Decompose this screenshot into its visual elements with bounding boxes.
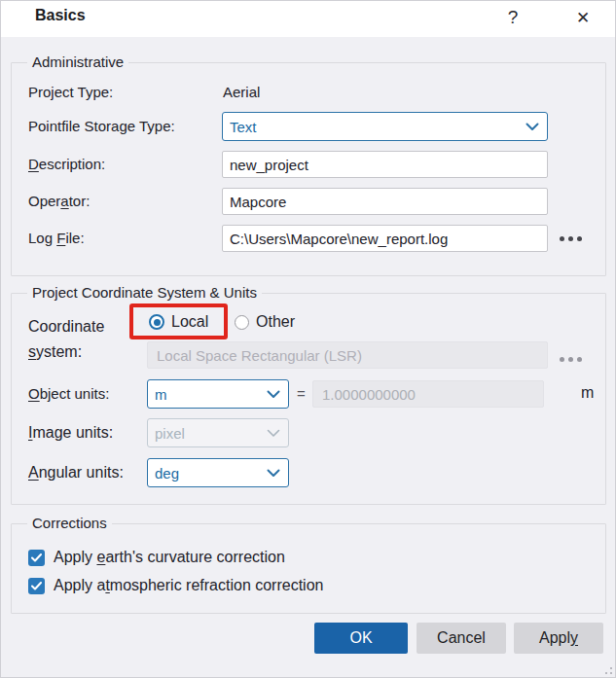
ok-button[interactable]: OK	[314, 623, 408, 654]
radio-other[interactable]: Other	[235, 313, 295, 331]
dialog-title: Basics	[35, 7, 86, 24]
help-icon: ?	[508, 7, 519, 28]
earth-curvature-checkbox[interactable]: Apply earth's curvature correction	[28, 549, 285, 566]
corrections-legend: Corrections	[27, 515, 112, 531]
radio-local[interactable]: Local	[149, 313, 208, 331]
angular-units-label: Angular units:	[28, 464, 124, 482]
description-input[interactable]	[222, 151, 548, 178]
apply-button[interactable]: Apply	[514, 623, 603, 654]
chevron-down-icon	[525, 123, 539, 131]
administrative-legend: Administrative	[27, 54, 128, 70]
angular-units-value: deg	[155, 465, 179, 482]
radio-selected-icon	[149, 314, 164, 330]
resize-grip[interactable]	[600, 662, 612, 674]
pointfile-storage-select[interactable]: Text	[222, 112, 548, 141]
image-units-select: pixel	[147, 418, 289, 447]
chevron-down-icon	[267, 429, 280, 438]
radio-local-label: Local	[171, 313, 208, 331]
help-button[interactable]: ?	[496, 3, 529, 32]
scale-value-field: 1.0000000000	[312, 380, 544, 408]
pointfile-storage-label: Pointfile Storage Type:	[28, 118, 175, 134]
angular-units-select[interactable]: deg	[147, 458, 289, 487]
object-units-label: Object units:	[28, 385, 109, 402]
ellipsis-icon	[560, 357, 582, 362]
log-file-label: Log File:	[28, 230, 85, 246]
coordinate-system-label-line2: system:	[28, 343, 82, 361]
description-label: Description:	[28, 156, 105, 172]
coordinate-system-browse-button	[552, 345, 589, 373]
log-file-browse-button[interactable]	[552, 225, 589, 252]
close-icon: ✕	[576, 8, 590, 28]
operator-input[interactable]	[222, 188, 548, 215]
equals-sign: =	[297, 385, 306, 402]
coordinate-system-label-line1: Coordinate	[28, 318, 104, 336]
project-type-value: Aerial	[223, 84, 260, 100]
pointfile-storage-value: Text	[230, 119, 257, 135]
radio-other-label: Other	[256, 313, 295, 331]
close-button[interactable]: ✕	[566, 3, 599, 32]
scale-unit-suffix: m	[581, 384, 594, 402]
image-units-value: pixel	[155, 425, 185, 442]
corrections-group: Corrections	[11, 523, 606, 614]
title-bar: Basics ? ✕	[1, 1, 615, 37]
chevron-down-icon	[267, 390, 280, 399]
object-units-select[interactable]: m	[147, 379, 289, 409]
checkbox-checked-icon	[28, 550, 45, 566]
coordinate-system-value-field: Local Space Rectangular (LSR)	[147, 341, 548, 369]
earth-curvature-label: Apply earth's curvature correction	[54, 549, 285, 566]
radio-unselected-icon	[235, 315, 249, 330]
object-units-value: m	[155, 386, 167, 403]
checkbox-checked-icon	[28, 578, 45, 594]
coordinate-system-legend: Project Coordinate System & Units	[27, 284, 262, 301]
basics-dialog: Basics ? ✕ Administrative Project Type: …	[0, 0, 616, 678]
cancel-button[interactable]: Cancel	[417, 623, 506, 654]
image-units-label: Image units:	[28, 424, 113, 442]
atmospheric-refraction-label: Apply atmospheric refraction correction	[54, 577, 323, 594]
atmospheric-refraction-checkbox[interactable]: Apply atmospheric refraction correction	[28, 577, 323, 594]
project-type-label: Project Type:	[28, 84, 113, 100]
chevron-down-icon	[267, 469, 280, 478]
operator-label: Operator:	[28, 193, 90, 209]
log-file-input[interactable]	[222, 225, 548, 252]
ellipsis-icon	[560, 236, 582, 241]
